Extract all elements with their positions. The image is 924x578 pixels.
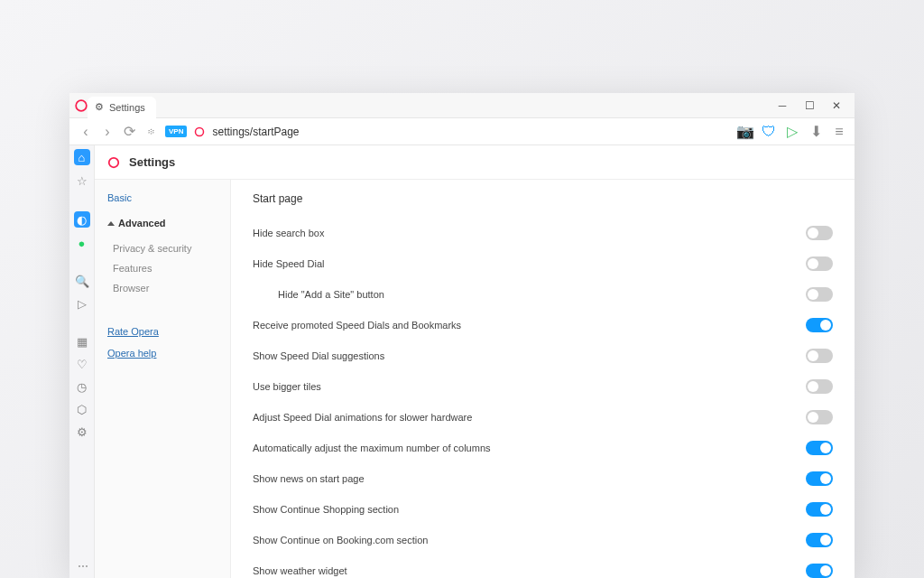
page-title: Settings: [129, 155, 175, 169]
setting-label: Receive promoted Speed Dials and Bookmar…: [253, 320, 806, 331]
vertical-bar: ⌂ ☆ ◐ ● 🔍 ▷ ▦ ♡ ◷ ⬡ ⚙ ⋯: [69, 145, 95, 578]
toggle[interactable]: [806, 502, 833, 517]
toggle[interactable]: [806, 318, 833, 332]
toggle[interactable]: [806, 471, 833, 486]
shield-icon[interactable]: 🛡: [762, 126, 775, 138]
vpn-badge[interactable]: VPN: [165, 126, 187, 137]
setting-label: Show Speed Dial suggestions: [253, 350, 806, 361]
back-button[interactable]: ‹: [79, 125, 93, 139]
page-header: Settings: [95, 145, 855, 180]
setting-row: Receive promoted Speed Dials and Bookmar…: [253, 310, 833, 340]
settings-sidebar: Basic Advanced Privacy & security Featur…: [95, 180, 230, 578]
more-icon[interactable]: ⋯: [78, 560, 89, 573]
toggle[interactable]: [806, 349, 833, 363]
setting-label: Use bigger tiles: [253, 381, 806, 392]
close-button[interactable]: ✕: [829, 98, 844, 113]
settings-gear-icon[interactable]: ⚙: [75, 424, 89, 439]
setting-label: Show Continue on Booking.com section: [253, 535, 806, 545]
address-text[interactable]: settings/startPage: [212, 126, 299, 138]
window-controls: ─ ☐ ✕: [775, 98, 849, 113]
apps-icon[interactable]: ፨: [143, 125, 158, 139]
setting-label: Hide "Add a Site" button: [278, 289, 806, 300]
section-title: Start page: [253, 192, 833, 205]
setting-label: Hide Speed Dial: [253, 258, 806, 269]
setting-row: Show weather widget: [253, 555, 833, 578]
adblock-icon[interactable]: ▷: [786, 126, 799, 138]
setting-row: Hide "Add a Site" button: [253, 279, 833, 310]
cube-icon[interactable]: ⬡: [75, 402, 89, 416]
history-icon[interactable]: ◷: [75, 379, 89, 394]
whatsapp-icon[interactable]: ●: [75, 236, 89, 250]
setting-label: Automatically adjust the maximum number …: [253, 443, 806, 453]
setting-label: Show weather widget: [253, 565, 806, 576]
toggle[interactable]: [806, 564, 833, 578]
grid-icon[interactable]: ▦: [75, 334, 89, 349]
toggle[interactable]: [806, 379, 833, 394]
tab-settings[interactable]: ⚙ Settings: [88, 97, 156, 118]
titlebar: ⚙ Settings ─ ☐ ✕: [69, 93, 855, 118]
setting-label: Adjust Speed Dial animations for slower …: [253, 412, 806, 423]
send-icon[interactable]: ▷: [75, 296, 89, 311]
sidebar-sub-browser[interactable]: Browser: [113, 283, 217, 294]
link-opera-help[interactable]: Opera help: [107, 348, 217, 359]
setting-row: Show Speed Dial suggestions: [253, 340, 833, 371]
sidebar-sub-privacy[interactable]: Privacy & security: [113, 243, 217, 254]
address-bar: ‹ › ⟳ ፨ VPN settings/startPage 📷 🛡 ▷ ⬇ ≡: [69, 118, 855, 145]
minimize-button[interactable]: ─: [775, 98, 790, 113]
setting-label: Show news on start page: [253, 473, 806, 484]
setting-label: Hide search box: [253, 228, 806, 238]
opera-logo-icon: [75, 99, 88, 112]
maximize-button[interactable]: ☐: [802, 98, 817, 113]
toggle[interactable]: [806, 256, 833, 271]
svg-point-1: [196, 127, 204, 135]
toggle[interactable]: [806, 441, 833, 455]
browser-window: ⚙ Settings ─ ☐ ✕ ‹ › ⟳ ፨ VPN settings/st…: [69, 93, 855, 578]
reload-button[interactable]: ⟳: [122, 125, 136, 139]
setting-row: Show Continue Shopping section: [253, 494, 833, 525]
svg-point-0: [76, 100, 87, 111]
opera-address-icon: [194, 126, 205, 137]
setting-row: Hide Speed Dial: [253, 248, 833, 279]
gear-icon: ⚙: [95, 101, 104, 113]
search-icon[interactable]: 🔍: [75, 274, 89, 288]
forward-button[interactable]: ›: [100, 125, 115, 139]
setting-row: Show news on start page: [253, 463, 833, 494]
svg-point-2: [109, 157, 119, 167]
sidebar-item-advanced[interactable]: Advanced: [107, 218, 217, 228]
settings-content: Start page Hide search boxHide Speed Dia…: [230, 180, 855, 578]
setting-row: Adjust Speed Dial animations for slower …: [253, 402, 833, 433]
sidebar-sub-features[interactable]: Features: [113, 263, 217, 274]
tab-label: Settings: [109, 102, 145, 113]
heart-icon[interactable]: ♡: [75, 357, 89, 371]
camera-icon[interactable]: 📷: [739, 126, 752, 138]
download-icon[interactable]: ⬇: [809, 126, 822, 138]
menu-more-icon[interactable]: ≡: [833, 126, 845, 138]
messenger-icon[interactable]: ◐: [74, 211, 90, 228]
setting-label: Show Continue Shopping section: [253, 504, 806, 515]
setting-row: Show Continue on Booking.com section: [253, 525, 833, 555]
home-icon[interactable]: ⌂: [74, 149, 90, 165]
toggle[interactable]: [806, 533, 833, 547]
link-rate-opera[interactable]: Rate Opera: [107, 326, 217, 337]
toggle[interactable]: [806, 287, 833, 302]
sidebar-item-basic[interactable]: Basic: [107, 192, 217, 203]
opera-header-icon: [107, 156, 120, 169]
toggle[interactable]: [806, 410, 833, 424]
star-icon[interactable]: ☆: [75, 173, 89, 188]
setting-row: Hide search box: [253, 218, 833, 248]
toggle[interactable]: [806, 226, 833, 240]
setting-row: Use bigger tiles: [253, 371, 833, 402]
setting-row: Automatically adjust the maximum number …: [253, 433, 833, 463]
